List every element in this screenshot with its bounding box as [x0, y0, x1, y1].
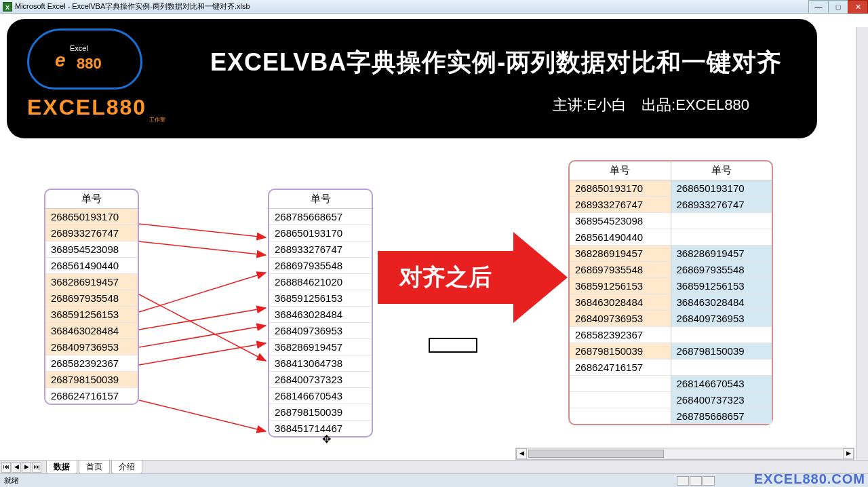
scroll-left-icon[interactable]: ◀ — [516, 448, 527, 459]
right-cell-a[interactable]: 268650193170 — [570, 180, 671, 197]
scroll-right-icon[interactable]: ▶ — [843, 448, 854, 459]
right-cell-b[interactable]: 268798150039 — [671, 343, 772, 359]
cloud-icon: e Excel 880 — [27, 28, 142, 90]
left-cell[interactable]: 268650193170 — [45, 209, 138, 225]
right-cell-a[interactable]: 368954523098 — [570, 213, 671, 229]
big-arrow: 对齐之后 — [378, 251, 513, 304]
mouse-cursor: ✥ — [322, 433, 331, 446]
left-cell[interactable]: 268933276747 — [45, 225, 138, 241]
left-header: 单号 — [45, 190, 138, 209]
left-cell[interactable]: 268561490440 — [45, 258, 138, 274]
excel-icon: X — [3, 2, 12, 12]
left-cell[interactable]: 368591256153 — [45, 307, 138, 323]
right-cell-b[interactable]: 368463028484 — [671, 294, 772, 311]
left-cell[interactable]: 268582392367 — [45, 355, 138, 372]
left-cell[interactable]: 268697935548 — [45, 290, 138, 307]
mid-cell[interactable]: 268785668657 — [269, 209, 372, 225]
right-cell-a[interactable] — [570, 376, 671, 392]
svg-line-1 — [139, 224, 266, 237]
svg-line-3 — [139, 294, 266, 361]
window-titlebar: X Microsoft Excel - ExcelVBA字典操作实例-两列数据对… — [0, 0, 868, 14]
window-title: Microsoft Excel - ExcelVBA字典操作实例-两列数据对比和… — [15, 1, 250, 12]
logo: e Excel 880 EXCEL880 工作室 — [27, 28, 165, 123]
mid-cell[interactable]: 368286919457 — [269, 339, 372, 355]
nav-next-icon[interactable]: ▶ — [22, 462, 31, 473]
sheet-tab-data[interactable]: 数据 — [46, 461, 77, 474]
svg-line-2 — [139, 241, 266, 255]
mid-cell[interactable]: 268697935548 — [269, 258, 372, 274]
right-cell-b[interactable]: 368591256153 — [671, 278, 772, 294]
mid-cell[interactable]: 368413064738 — [269, 355, 372, 372]
right-cell-b[interactable]: 268650193170 — [671, 180, 772, 197]
nav-prev-icon[interactable]: ◀ — [12, 462, 21, 473]
mid-cell[interactable]: 268798150039 — [269, 404, 372, 421]
subtitle: 主讲:E小白 出品:EXCEL880 — [553, 95, 749, 115]
nav-last-icon[interactable]: ⏭ — [32, 462, 41, 473]
horizontal-scrollbar[interactable]: ◀ ▶ — [515, 448, 854, 460]
view-normal-icon[interactable] — [677, 476, 689, 486]
selected-cell[interactable] — [429, 338, 477, 353]
status-bar: 就绪 — [0, 473, 868, 487]
sheet-tab-home[interactable]: 首页 — [79, 461, 110, 474]
worksheet-area[interactable]: e Excel 880 EXCEL880 工作室 EXCELVBA字典操作实例-… — [0, 14, 868, 473]
sheet-tab-intro[interactable]: 介绍 — [111, 461, 142, 474]
left-cell[interactable]: 368286919457 — [45, 274, 138, 290]
right-header-b: 单号 — [671, 161, 772, 180]
status-ready: 就绪 — [4, 475, 19, 486]
right-cell-b[interactable]: 268697935548 — [671, 262, 772, 278]
mid-cell[interactable]: 268400737323 — [269, 372, 372, 388]
close-button[interactable]: ✕ — [848, 0, 868, 14]
view-layout-icon[interactable] — [690, 476, 702, 486]
sheet-tab-bar: ⏮ ◀ ▶ ⏭ 数据 首页 介绍 ◀ ▶ — [0, 460, 868, 473]
right-cell-a[interactable]: 268561490440 — [570, 229, 671, 246]
mid-cell[interactable]: 268409736953 — [269, 323, 372, 339]
right-cell-b[interactable] — [671, 229, 772, 246]
right-cell-a[interactable]: 268697935548 — [570, 262, 671, 278]
right-cell-b[interactable]: 268785668657 — [671, 408, 772, 425]
right-cell-b[interactable]: 368286919457 — [671, 246, 772, 262]
left-cell[interactable]: 268798150039 — [45, 372, 138, 388]
mid-cell[interactable]: 268933276747 — [269, 241, 372, 258]
left-cell[interactable]: 268409736953 — [45, 339, 138, 355]
svg-line-8 — [139, 400, 266, 431]
mid-cell[interactable]: 268146670543 — [269, 388, 372, 404]
view-break-icon[interactable] — [703, 476, 715, 486]
mid-cell[interactable]: 368451714467 — [269, 421, 372, 437]
mid-cell[interactable]: 368463028484 — [269, 307, 372, 323]
mid-table: 单号 2687856686572686501931702689332767472… — [268, 189, 373, 437]
right-cell-a[interactable]: 268409736953 — [570, 311, 671, 327]
mid-cell[interactable]: 368591256153 — [269, 290, 372, 307]
right-cell-a[interactable]: 368591256153 — [570, 278, 671, 294]
right-cell-a[interactable]: 268933276747 — [570, 197, 671, 213]
left-cell[interactable]: 368954523098 — [45, 241, 138, 258]
mid-cell[interactable]: 268884621020 — [269, 274, 372, 290]
maximize-button[interactable]: □ — [828, 0, 848, 14]
right-cell-a[interactable] — [570, 408, 671, 425]
right-cell-b[interactable]: 268933276747 — [671, 197, 772, 213]
right-cell-a[interactable] — [570, 392, 671, 408]
right-cell-b[interactable] — [671, 327, 772, 343]
right-cell-a[interactable]: 268624716157 — [570, 359, 671, 376]
right-cell-b[interactable]: 268400737323 — [671, 392, 772, 408]
right-cell-b[interactable]: 268146670543 — [671, 376, 772, 392]
left-table: 单号 2686501931702689332767473689545230982… — [44, 189, 139, 405]
right-cell-b[interactable]: 268409736953 — [671, 311, 772, 327]
right-cell-a[interactable]: 368286919457 — [570, 246, 671, 262]
main-title: EXCELVBA字典操作实例-两列数据对比和一键对齐 — [210, 46, 782, 79]
right-cell-a[interactable]: 268798150039 — [570, 343, 671, 359]
minimize-button[interactable]: — — [808, 0, 829, 14]
vertical-scrollbar[interactable] — [856, 27, 868, 475]
left-cell[interactable]: 368463028484 — [45, 323, 138, 339]
left-cell[interactable]: 268624716157 — [45, 388, 138, 404]
mid-header: 单号 — [269, 190, 372, 209]
svg-line-5 — [139, 308, 266, 330]
brand-sub: 工作室 — [149, 116, 165, 123]
scroll-thumb[interactable] — [528, 450, 664, 458]
title-banner: e Excel 880 EXCEL880 工作室 EXCELVBA字典操作实例-… — [7, 19, 817, 138]
right-cell-b[interactable] — [671, 359, 772, 376]
right-cell-a[interactable]: 268582392367 — [570, 327, 671, 343]
mid-cell[interactable]: 268650193170 — [269, 225, 372, 241]
nav-first-icon[interactable]: ⏮ — [1, 462, 11, 473]
right-cell-b[interactable] — [671, 213, 772, 229]
right-cell-a[interactable]: 368463028484 — [570, 294, 671, 311]
